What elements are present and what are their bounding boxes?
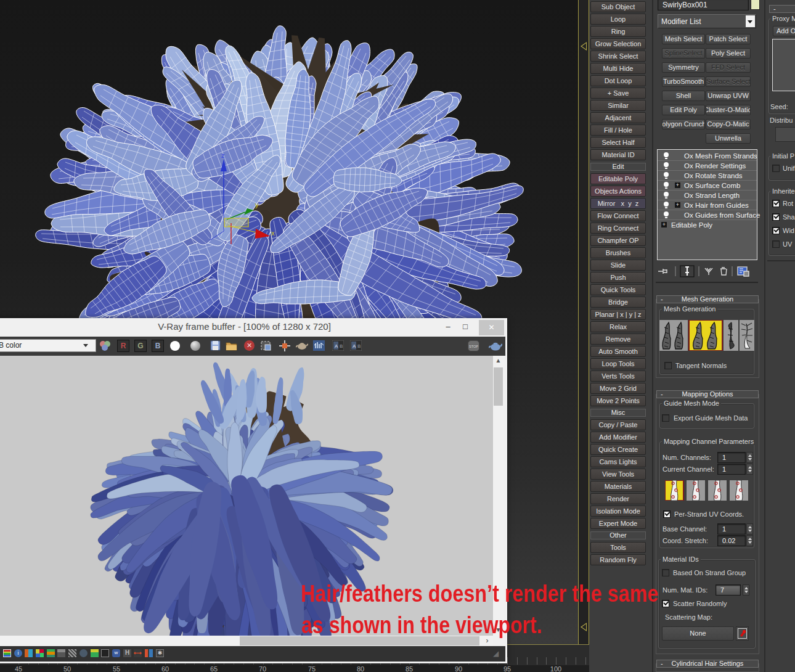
svg-text:z: z: [221, 152, 225, 159]
svg-text:B: B: [357, 343, 361, 349]
svg-text:A: A: [335, 343, 338, 349]
svg-text:B: B: [340, 343, 343, 349]
svg-text:A: A: [353, 343, 356, 349]
svg-text:x: x: [271, 229, 275, 237]
svg-text:y: y: [255, 201, 259, 208]
